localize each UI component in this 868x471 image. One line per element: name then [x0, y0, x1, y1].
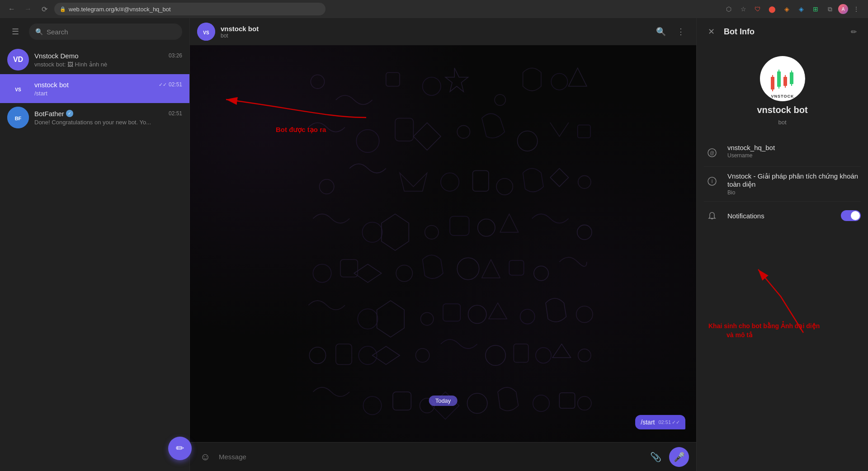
- chat-name-bot: vnstock bot: [34, 81, 69, 89]
- avatar-annotation-svg: Khai sinh cho bot bằng Ảnh đại diện và m…: [704, 242, 858, 342]
- double-check-bot: ✓✓: [159, 82, 167, 88]
- notification-icon: [704, 208, 720, 224]
- more-options-button[interactable]: ⋮: [673, 24, 689, 40]
- emoji-button[interactable]: ☺: [197, 449, 213, 465]
- chat-name-row-bot: vnstock bot ✓✓ 02:51: [34, 81, 182, 89]
- svg-point-8: [423, 77, 441, 95]
- avatar-vnstock-demo: VD: [7, 49, 29, 71]
- chat-area: VS vnstock bot bot 🔍 ⋮: [190, 18, 696, 471]
- extension2-button[interactable]: ◈: [795, 3, 807, 15]
- botfather-avatar-icon: BF: [7, 107, 29, 128]
- svg-rect-59: [777, 74, 781, 87]
- message-timestamp: 02:51: [658, 419, 671, 425]
- svg-rect-55: [771, 80, 774, 89]
- svg-point-11: [356, 130, 379, 152]
- bot-info-title: Bot Info: [724, 27, 841, 37]
- notifications-label: Notifications: [727, 212, 834, 220]
- svg-rect-63: [783, 77, 787, 86]
- svg-point-19: [496, 179, 513, 195]
- url-text: web.telegram.org/k/#@vnstock_hq_bot: [69, 6, 171, 13]
- svg-text:VS: VS: [203, 30, 209, 35]
- search-messages-button[interactable]: 🔍: [653, 24, 669, 40]
- svg-point-29: [457, 258, 479, 279]
- address-bar[interactable]: 🔒 web.telegram.org/k/#@vnstock_hq_bot: [54, 3, 326, 15]
- chat-header: VS vnstock bot bot 🔍 ⋮: [190, 18, 696, 45]
- svg-point-17: [441, 173, 459, 191]
- svg-point-25: [577, 225, 592, 240]
- bot-avatar-large: VNSTOCK: [760, 56, 805, 101]
- chat-info-vnstock-bot: vnstock bot ✓✓ 02:51 /start: [34, 81, 182, 97]
- bot-info-panel: ✕ Bot Info ✏: [696, 18, 868, 471]
- chat-time-bot: 02:51: [169, 81, 182, 88]
- chat-preview: vnstock bot: 🖼 Hình ảnh nè: [34, 61, 182, 68]
- svg-text:@: @: [710, 151, 714, 155]
- chat-header-actions: 🔍 ⋮: [653, 24, 689, 40]
- svg-rect-56: [771, 77, 774, 80]
- sidebar-header: ☰ 🔍 Search: [0, 18, 189, 45]
- browser-chrome: ← → ⟳ 🔒 web.telegram.org/k/#@vnstock_hq_…: [0, 0, 868, 18]
- bookmark-button[interactable]: ☆: [737, 3, 750, 15]
- extension3-button[interactable]: ⊞: [809, 3, 822, 15]
- svg-text:VNSTOCK: VNSTOCK: [771, 94, 794, 99]
- notifications-toggle[interactable]: [841, 210, 861, 221]
- bot-info-username-row: @ vnstock_hq_bot Username: [704, 138, 861, 167]
- split-button[interactable]: ⧉: [824, 3, 836, 15]
- back-button[interactable]: ←: [5, 3, 18, 15]
- search-box[interactable]: 🔍 Search: [29, 24, 182, 40]
- chat-preview-botfather: Done! Congratulations on your new bot. Y…: [34, 119, 182, 126]
- forward-button[interactable]: →: [22, 3, 34, 15]
- svg-point-36: [520, 309, 535, 324]
- svg-point-31: [534, 266, 548, 280]
- chat-name: Vnstock Demo: [34, 52, 79, 60]
- bio-label: Bio: [727, 189, 861, 196]
- svg-text:i: i: [712, 178, 713, 184]
- chat-item-vnstock-bot[interactable]: VS vnstock bot ✓✓ 02:51 /start: [0, 74, 189, 103]
- voice-button[interactable]: 🎤: [669, 447, 689, 467]
- reload-button[interactable]: ⟳: [38, 3, 51, 15]
- chat-info-vnstock-demo: Vnstock Demo 03:26 vnstock bot: 🖼 Hình ả…: [34, 52, 182, 68]
- svg-point-20: [578, 176, 591, 188]
- svg-point-44: [536, 348, 551, 363]
- svg-rect-39: [336, 344, 352, 364]
- vpn-button[interactable]: ⬤: [766, 3, 778, 15]
- date-divider-text: Today: [435, 397, 451, 404]
- date-divider: Today: [429, 396, 458, 406]
- svg-rect-12: [395, 118, 413, 141]
- svg-point-41: [415, 349, 429, 362]
- svg-point-32: [358, 309, 377, 329]
- bot-info-close-button[interactable]: ✕: [704, 24, 718, 39]
- bot-info-edit-button[interactable]: ✏: [846, 24, 861, 39]
- attach-button[interactable]: 📎: [647, 449, 664, 465]
- avatar-initials: VD: [13, 56, 23, 64]
- extension1-button[interactable]: ◈: [780, 3, 793, 15]
- chat-time-botfather: 02:51: [169, 110, 182, 117]
- compose-button[interactable]: ✏: [168, 437, 192, 460]
- chat-item-vnstock-demo[interactable]: VD Vnstock Demo 03:26 vnstock bot: 🖼 Hìn…: [0, 45, 189, 74]
- preview-text-bot: /start: [34, 90, 47, 97]
- svg-point-42: [486, 345, 505, 365]
- svg-point-40: [359, 346, 377, 364]
- svg-point-28: [396, 265, 412, 281]
- shield-button[interactable]: 🛡: [751, 3, 764, 15]
- svg-rect-60: [777, 71, 781, 75]
- svg-point-38: [309, 347, 326, 363]
- avatar-vnstock-bot: VS: [7, 78, 29, 99]
- message-time: 02:51 ✓✓: [658, 419, 680, 425]
- vnstock-avatar-icon: VS: [8, 79, 28, 99]
- avatar-annotation-text-line1: Khai sinh cho bot bằng Ảnh đại diện: [708, 321, 820, 330]
- message-input[interactable]: [219, 453, 642, 461]
- share-tab-button[interactable]: ⬡: [722, 3, 735, 15]
- svg-point-13: [457, 126, 470, 138]
- bot-label: bot: [778, 119, 786, 126]
- verified-badge: ✓: [66, 110, 73, 117]
- svg-point-16: [320, 179, 334, 194]
- svg-point-6: [311, 75, 324, 89]
- hamburger-menu[interactable]: ☰: [7, 24, 24, 40]
- chat-preview-bot: /start: [34, 90, 182, 97]
- svg-point-50: [533, 395, 549, 411]
- profile-avatar[interactable]: A: [838, 4, 848, 14]
- svg-point-24: [478, 219, 495, 236]
- menu-button[interactable]: ⋮: [850, 3, 863, 15]
- svg-rect-15: [578, 125, 590, 138]
- chat-item-botfather[interactable]: BF BotFather ✓ 02:51 Done! Congratulatio…: [0, 103, 189, 132]
